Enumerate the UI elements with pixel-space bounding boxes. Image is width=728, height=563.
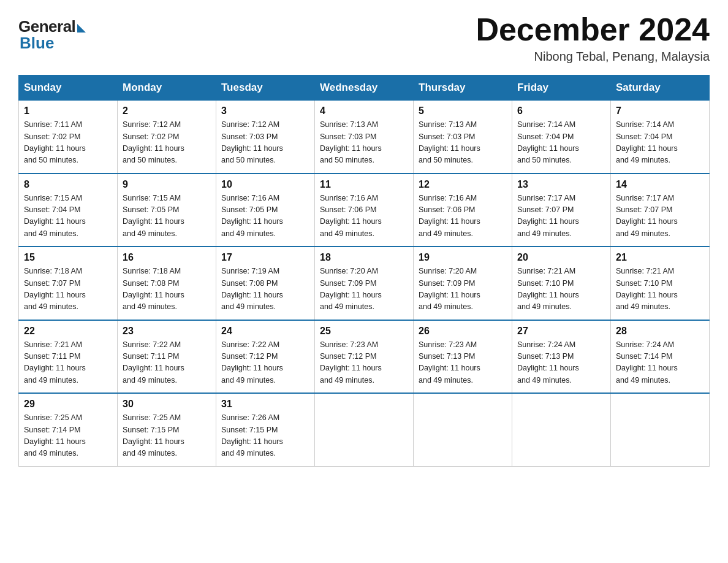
calendar-day-cell: 26Sunrise: 7:23 AMSunset: 7:13 PMDayligh… bbox=[414, 320, 512, 394]
calendar-day-cell: 15Sunrise: 7:18 AMSunset: 7:07 PMDayligh… bbox=[19, 247, 118, 320]
day-number: 4 bbox=[320, 105, 408, 117]
calendar-day-cell bbox=[315, 393, 414, 466]
day-info: Sunrise: 7:16 AMSunset: 7:06 PMDaylight:… bbox=[320, 193, 408, 240]
calendar-day-cell: 6Sunrise: 7:14 AMSunset: 7:04 PMDaylight… bbox=[512, 101, 611, 174]
day-info: Sunrise: 7:15 AMSunset: 7:05 PMDaylight:… bbox=[123, 193, 211, 240]
weekday-header-friday: Friday bbox=[512, 75, 611, 101]
day-info: Sunrise: 7:21 AMSunset: 7:10 PMDaylight:… bbox=[517, 266, 605, 313]
day-number: 12 bbox=[419, 179, 507, 190]
day-info: Sunrise: 7:17 AMSunset: 7:07 PMDaylight:… bbox=[517, 193, 605, 240]
day-info: Sunrise: 7:15 AMSunset: 7:04 PMDaylight:… bbox=[24, 193, 112, 240]
day-number: 24 bbox=[221, 326, 309, 337]
day-number: 1 bbox=[24, 105, 112, 117]
day-info: Sunrise: 7:13 AMSunset: 7:03 PMDaylight:… bbox=[320, 119, 408, 167]
day-number: 6 bbox=[517, 105, 605, 117]
calendar-week-row: 22Sunrise: 7:21 AMSunset: 7:11 PMDayligh… bbox=[19, 320, 710, 394]
day-number: 19 bbox=[419, 252, 507, 263]
title-area: December 2024 Nibong Tebal, Penang, Mala… bbox=[476, 12, 710, 64]
day-number: 2 bbox=[123, 105, 211, 117]
day-number: 28 bbox=[616, 326, 704, 337]
logo-blue-text: Blue bbox=[20, 34, 54, 53]
calendar-week-row: 15Sunrise: 7:18 AMSunset: 7:07 PMDayligh… bbox=[19, 247, 710, 320]
day-number: 9 bbox=[123, 179, 211, 190]
day-info: Sunrise: 7:18 AMSunset: 7:07 PMDaylight:… bbox=[24, 266, 112, 313]
location-text: Nibong Tebal, Penang, Malaysia bbox=[476, 50, 710, 64]
calendar-day-cell: 22Sunrise: 7:21 AMSunset: 7:11 PMDayligh… bbox=[19, 320, 118, 394]
calendar-day-cell: 10Sunrise: 7:16 AMSunset: 7:05 PMDayligh… bbox=[216, 174, 315, 247]
day-info: Sunrise: 7:22 AMSunset: 7:11 PMDaylight:… bbox=[123, 339, 211, 387]
calendar-day-cell: 13Sunrise: 7:17 AMSunset: 7:07 PMDayligh… bbox=[512, 174, 611, 247]
day-info: Sunrise: 7:16 AMSunset: 7:06 PMDaylight:… bbox=[419, 193, 507, 240]
weekday-header-tuesday: Tuesday bbox=[216, 75, 315, 101]
calendar-day-cell: 8Sunrise: 7:15 AMSunset: 7:04 PMDaylight… bbox=[19, 174, 118, 247]
day-info: Sunrise: 7:20 AMSunset: 7:09 PMDaylight:… bbox=[419, 266, 507, 313]
day-info: Sunrise: 7:24 AMSunset: 7:13 PMDaylight:… bbox=[517, 339, 605, 387]
day-number: 29 bbox=[24, 399, 112, 410]
day-info: Sunrise: 7:25 AMSunset: 7:15 PMDaylight:… bbox=[123, 412, 211, 460]
calendar-day-cell: 11Sunrise: 7:16 AMSunset: 7:06 PMDayligh… bbox=[315, 174, 414, 247]
day-info: Sunrise: 7:24 AMSunset: 7:14 PMDaylight:… bbox=[616, 339, 704, 387]
day-number: 15 bbox=[24, 252, 112, 263]
calendar-day-cell: 30Sunrise: 7:25 AMSunset: 7:15 PMDayligh… bbox=[118, 393, 216, 466]
day-number: 30 bbox=[123, 399, 211, 410]
calendar-day-cell bbox=[414, 393, 512, 466]
calendar-day-cell: 14Sunrise: 7:17 AMSunset: 7:07 PMDayligh… bbox=[611, 174, 710, 247]
logo: General Blue bbox=[18, 17, 86, 53]
day-number: 21 bbox=[616, 252, 704, 263]
day-info: Sunrise: 7:23 AMSunset: 7:12 PMDaylight:… bbox=[320, 339, 408, 387]
calendar-week-row: 29Sunrise: 7:25 AMSunset: 7:14 PMDayligh… bbox=[19, 393, 710, 466]
day-info: Sunrise: 7:17 AMSunset: 7:07 PMDaylight:… bbox=[616, 193, 704, 240]
calendar-day-cell: 19Sunrise: 7:20 AMSunset: 7:09 PMDayligh… bbox=[414, 247, 512, 320]
day-number: 11 bbox=[320, 179, 408, 190]
day-info: Sunrise: 7:25 AMSunset: 7:14 PMDaylight:… bbox=[24, 412, 112, 460]
day-number: 22 bbox=[24, 326, 112, 337]
day-info: Sunrise: 7:13 AMSunset: 7:03 PMDaylight:… bbox=[419, 119, 507, 167]
day-info: Sunrise: 7:20 AMSunset: 7:09 PMDaylight:… bbox=[320, 266, 408, 313]
day-number: 23 bbox=[123, 326, 211, 337]
day-info: Sunrise: 7:19 AMSunset: 7:08 PMDaylight:… bbox=[221, 266, 309, 313]
day-number: 17 bbox=[221, 252, 309, 263]
calendar-day-cell: 20Sunrise: 7:21 AMSunset: 7:10 PMDayligh… bbox=[512, 247, 611, 320]
calendar-day-cell: 4Sunrise: 7:13 AMSunset: 7:03 PMDaylight… bbox=[315, 101, 414, 174]
calendar-week-row: 8Sunrise: 7:15 AMSunset: 7:04 PMDaylight… bbox=[19, 174, 710, 247]
weekday-header-saturday: Saturday bbox=[611, 75, 710, 101]
calendar-day-cell: 5Sunrise: 7:13 AMSunset: 7:03 PMDaylight… bbox=[414, 101, 512, 174]
calendar-day-cell bbox=[611, 393, 710, 466]
day-info: Sunrise: 7:18 AMSunset: 7:08 PMDaylight:… bbox=[123, 266, 211, 313]
day-number: 5 bbox=[419, 105, 507, 117]
calendar-day-cell: 3Sunrise: 7:12 AMSunset: 7:03 PMDaylight… bbox=[216, 101, 315, 174]
weekday-header-thursday: Thursday bbox=[414, 75, 512, 101]
day-info: Sunrise: 7:23 AMSunset: 7:13 PMDaylight:… bbox=[419, 339, 507, 387]
calendar-table: SundayMondayTuesdayWednesdayThursdayFrid… bbox=[18, 75, 710, 467]
logo-triangle-icon bbox=[77, 24, 86, 33]
calendar-day-cell: 24Sunrise: 7:22 AMSunset: 7:12 PMDayligh… bbox=[216, 320, 315, 394]
day-number: 8 bbox=[24, 179, 112, 190]
day-info: Sunrise: 7:21 AMSunset: 7:10 PMDaylight:… bbox=[616, 266, 704, 313]
day-number: 13 bbox=[517, 179, 605, 190]
day-number: 18 bbox=[320, 252, 408, 263]
day-number: 20 bbox=[517, 252, 605, 263]
weekday-header-wednesday: Wednesday bbox=[315, 75, 414, 101]
day-info: Sunrise: 7:21 AMSunset: 7:11 PMDaylight:… bbox=[24, 339, 112, 387]
calendar-day-cell: 23Sunrise: 7:22 AMSunset: 7:11 PMDayligh… bbox=[118, 320, 216, 394]
calendar-day-cell: 21Sunrise: 7:21 AMSunset: 7:10 PMDayligh… bbox=[611, 247, 710, 320]
calendar-day-cell: 2Sunrise: 7:12 AMSunset: 7:02 PMDaylight… bbox=[118, 101, 216, 174]
calendar-day-cell: 16Sunrise: 7:18 AMSunset: 7:08 PMDayligh… bbox=[118, 247, 216, 320]
day-number: 25 bbox=[320, 326, 408, 337]
calendar-day-cell: 31Sunrise: 7:26 AMSunset: 7:15 PMDayligh… bbox=[216, 393, 315, 466]
month-title: December 2024 bbox=[476, 12, 710, 47]
calendar-day-cell: 1Sunrise: 7:11 AMSunset: 7:02 PMDaylight… bbox=[19, 101, 118, 174]
day-number: 31 bbox=[221, 399, 309, 410]
calendar-day-cell: 7Sunrise: 7:14 AMSunset: 7:04 PMDaylight… bbox=[611, 101, 710, 174]
day-info: Sunrise: 7:22 AMSunset: 7:12 PMDaylight:… bbox=[221, 339, 309, 387]
weekday-header-monday: Monday bbox=[118, 75, 216, 101]
calendar-day-cell: 27Sunrise: 7:24 AMSunset: 7:13 PMDayligh… bbox=[512, 320, 611, 394]
page-header: General Blue December 2024 Nibong Tebal,… bbox=[18, 12, 710, 64]
calendar-day-cell: 18Sunrise: 7:20 AMSunset: 7:09 PMDayligh… bbox=[315, 247, 414, 320]
day-info: Sunrise: 7:26 AMSunset: 7:15 PMDaylight:… bbox=[221, 412, 309, 460]
day-info: Sunrise: 7:12 AMSunset: 7:03 PMDaylight:… bbox=[221, 119, 309, 167]
weekday-header-sunday: Sunday bbox=[19, 75, 118, 101]
weekday-header-row: SundayMondayTuesdayWednesdayThursdayFrid… bbox=[19, 75, 710, 101]
calendar-day-cell bbox=[512, 393, 611, 466]
calendar-day-cell: 12Sunrise: 7:16 AMSunset: 7:06 PMDayligh… bbox=[414, 174, 512, 247]
